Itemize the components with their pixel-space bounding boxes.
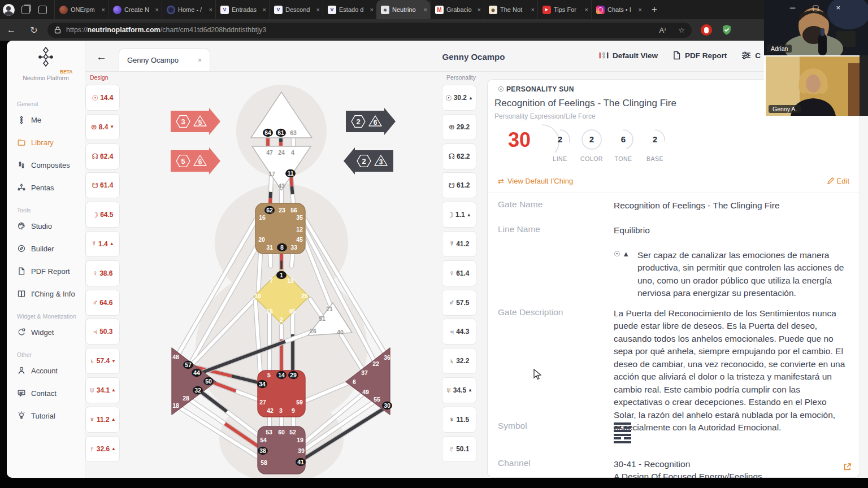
default-view-button[interactable]: Default View bbox=[599, 51, 658, 60]
sidebar-item-studio[interactable]: Studio bbox=[7, 215, 85, 237]
chart-back-button[interactable]: ← bbox=[96, 51, 107, 63]
channel-external-link-icon[interactable] bbox=[843, 463, 852, 473]
planet-card[interactable]: ☽ 1.1▲ bbox=[442, 202, 476, 228]
planet-card[interactable]: ⊕ 29.2 bbox=[442, 114, 476, 140]
instagram-favicon: ◯ bbox=[596, 6, 605, 14]
browser-tab-estado-d[interactable]: V Estado d × bbox=[323, 0, 376, 19]
stat-label: COLOR bbox=[577, 155, 606, 162]
pdf-report-button[interactable]: PDF Report bbox=[672, 51, 727, 60]
planet-card[interactable]: ♄ 57.4▼ bbox=[85, 348, 120, 374]
planet-card[interactable]: ♃ 44.3 bbox=[442, 319, 476, 345]
planet-card[interactable]: ⊕ 8.4▼ bbox=[85, 114, 120, 140]
browser-tab-descond[interactable]: V Descond × bbox=[269, 0, 323, 19]
planet-card[interactable]: ♅ 34.1▲ bbox=[85, 377, 120, 403]
maximize-button[interactable]: ▢ bbox=[812, 3, 819, 12]
planet-card[interactable]: ♀ 38.6 bbox=[85, 260, 120, 286]
tab-close-icon[interactable]: × bbox=[424, 6, 427, 13]
tab-close-icon[interactable]: × bbox=[155, 6, 159, 13]
planet-gate-line: 41.2 bbox=[456, 240, 469, 248]
tab-close-icon[interactable]: × bbox=[102, 6, 105, 13]
planet-card[interactable]: ♂ 64.6 bbox=[85, 290, 120, 316]
sidebar-item-pdf-report[interactable]: PDF Report bbox=[7, 260, 85, 282]
planet-card[interactable]: ♇ 32.6▲ bbox=[85, 436, 120, 462]
sidebar-item-me[interactable]: Me bbox=[7, 108, 85, 131]
browser-tab-tips-for[interactable]: ▶ Tips For × bbox=[537, 0, 591, 19]
planet-card[interactable]: ☿ 41.2 bbox=[442, 231, 476, 257]
sidebar-item-composites[interactable]: Composites bbox=[7, 154, 85, 176]
sidebar-item-pentas[interactable]: Pentas bbox=[7, 176, 85, 199]
planet-card[interactable]: ☽ 64.5 bbox=[85, 202, 120, 228]
bodygraph[interactable]: 6461634724417114362235616351220453183317… bbox=[85, 73, 480, 478]
url-field[interactable]: https://neutrinoplatform.com/chart/cm41t… bbox=[47, 23, 692, 38]
tab-close-icon[interactable]: × bbox=[639, 6, 642, 13]
webcam-side-strip bbox=[860, 55, 868, 116]
back-button[interactable]: ← bbox=[0, 25, 23, 35]
planet-glyph: ♃ bbox=[449, 328, 454, 336]
planet-card[interactable]: ♅ 34.5▲ bbox=[442, 377, 476, 403]
webcam-genny[interactable]: Genny A. bbox=[764, 55, 860, 116]
planet-card[interactable]: ☊ 62.4 bbox=[85, 143, 120, 169]
browser-tab-chats-i[interactable]: ◯ Chats • I × bbox=[591, 0, 645, 19]
planet-card[interactable]: ☋ 61.2 bbox=[442, 172, 476, 198]
workspaces-icon[interactable] bbox=[17, 2, 34, 17]
browser-tab-neutrino[interactable]: ◆ Neutrino × bbox=[376, 0, 430, 19]
browser-tab-entradas[interactable]: V Entradas × bbox=[215, 0, 269, 19]
planet-card[interactable]: ♄ 32.2 bbox=[442, 348, 476, 374]
edit-link[interactable]: Edit bbox=[827, 177, 849, 185]
favorite-star-icon[interactable]: ☆ bbox=[678, 26, 685, 34]
tab-close-icon[interactable]: × bbox=[316, 6, 320, 13]
planet-card[interactable]: ☋ 61.4 bbox=[85, 172, 120, 198]
sidebar-item-i-ching-info[interactable]: I'Ching & Info bbox=[7, 282, 85, 305]
tab-close-icon[interactable]: × bbox=[209, 6, 212, 13]
planet-card[interactable]: ♇ 50.1 bbox=[442, 436, 476, 462]
hexagram-symbol bbox=[614, 421, 849, 443]
planet-card[interactable]: ♆ 11.5 bbox=[442, 407, 476, 433]
new-tab-button[interactable]: + bbox=[645, 4, 664, 15]
tab-close-icon[interactable]: × bbox=[263, 6, 266, 13]
tab-close-icon[interactable]: × bbox=[478, 6, 481, 13]
sidebar-item-widget[interactable]: Widget bbox=[7, 321, 85, 343]
tab-actions-icon[interactable] bbox=[34, 2, 51, 17]
browser-tab-create-n[interactable]: Create N × bbox=[108, 0, 162, 19]
chart-tab-genny-ocampo[interactable]: Genny Ocampo × bbox=[119, 48, 210, 72]
planet-card[interactable]: ☊ 62.2 bbox=[442, 143, 476, 169]
neutrino-app-window: BETA Neutrino Platform GeneralMeLibraryC… bbox=[7, 41, 868, 478]
svg-text:20: 20 bbox=[258, 236, 265, 243]
sidebar-item-library[interactable]: Library bbox=[7, 131, 85, 154]
folder-icon bbox=[17, 138, 26, 147]
close-button[interactable]: × bbox=[836, 3, 841, 12]
planet-card[interactable]: ☿ 1.4▲ bbox=[85, 231, 120, 257]
tab-close-icon[interactable]: × bbox=[531, 6, 535, 13]
sidebar-item-account[interactable]: Account bbox=[7, 359, 85, 382]
svg-text:45: 45 bbox=[296, 236, 303, 243]
planet-card[interactable]: ♂ 57.5 bbox=[442, 290, 476, 316]
minimize-button[interactable]: ─ bbox=[790, 3, 795, 12]
browser-tab-onerpm[interactable]: ONErpm × bbox=[54, 0, 108, 19]
chart-tab-close-icon[interactable]: × bbox=[198, 56, 202, 64]
read-aloud-icon[interactable]: A⁾ bbox=[659, 26, 666, 34]
browser-tab-home-[interactable]: Home - / × bbox=[162, 0, 215, 19]
sidebar-item-contact[interactable]: Contact bbox=[7, 382, 85, 404]
planet-card[interactable]: ♆ 11.2▲ bbox=[85, 407, 120, 433]
browser-tab-the-not[interactable]: ☻ The Not × bbox=[484, 0, 537, 19]
tab-close-icon[interactable]: × bbox=[585, 6, 588, 13]
sidebar-item-builder[interactable]: Builder bbox=[7, 237, 85, 260]
browser-tab-grabacio[interactable]: M Grabacio × bbox=[430, 0, 484, 19]
chart-settings-button[interactable]: C bbox=[741, 51, 761, 60]
refresh-button[interactable]: ↻ bbox=[23, 25, 45, 36]
svg-text:5: 5 bbox=[198, 119, 202, 127]
shield-extension-icon[interactable] bbox=[721, 24, 732, 36]
stat-value: 2 bbox=[640, 134, 670, 144]
tab-close-icon[interactable]: × bbox=[370, 6, 374, 13]
planet-card[interactable]: ☉ 30.2▲ bbox=[442, 85, 476, 111]
webcam-label-adrian: Adrian bbox=[767, 45, 792, 53]
planet-card[interactable]: ♃ 50.3 bbox=[85, 319, 120, 345]
view-default-iching-link[interactable]: ⇄ View Default I'Ching bbox=[498, 177, 573, 185]
planet-card[interactable]: ♀ 61.4 bbox=[442, 260, 476, 286]
profile-avatar[interactable] bbox=[0, 2, 17, 17]
planet-card[interactable]: ☉ 14.4 bbox=[85, 85, 120, 111]
extension-red-icon[interactable] bbox=[701, 24, 712, 36]
planet-gate-line: 62.4 bbox=[100, 152, 113, 160]
stat-color: 2 COLOR bbox=[577, 80, 606, 164]
sidebar-item-tutorial[interactable]: Tutorial bbox=[7, 404, 85, 427]
